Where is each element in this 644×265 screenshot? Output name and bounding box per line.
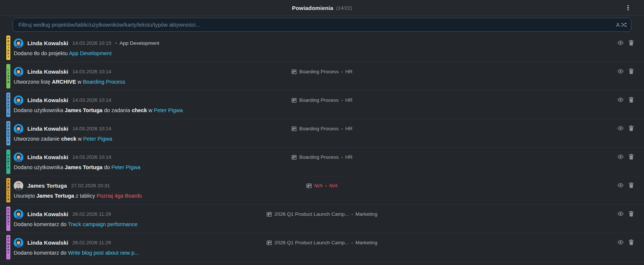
sort-toggle-button[interactable]: A	[616, 20, 628, 29]
notification-row: TABLICA James Tortuga 27.02.2026 20:31 U…	[0, 176, 644, 205]
eye-icon[interactable]	[617, 211, 624, 216]
board-icon	[266, 241, 272, 245]
body-link[interactable]: Poznaj 4ga Boards	[97, 193, 142, 199]
board-project-context: 2026 Q1 Product Launch Camp... • Marketi…	[266, 240, 377, 245]
body-link[interactable]: Track campaign performance	[68, 221, 137, 227]
body-link[interactable]: App Development	[69, 50, 111, 56]
type-strip-projekt: PROJEKT	[6, 36, 10, 60]
board-name: 2026 Q1 Product Launch Camp...	[274, 240, 349, 245]
body-link[interactable]: Boarding Process	[83, 79, 125, 85]
bullet-separator: •	[325, 184, 327, 188]
board-icon	[292, 70, 297, 74]
notifications-count: (14/22)	[336, 5, 352, 11]
timestamp: 27.02.2026 20:31	[71, 183, 110, 188]
body-text: James Tortuga	[65, 107, 103, 113]
notification-text: Dodano użytkownika James Tortuga do Pete…	[14, 164, 644, 171]
notification-row: KOMENT. Linda Kowalski 26.02.2026 11:29 …	[0, 205, 644, 233]
type-strip-zadanie: ZADANIE	[6, 121, 10, 145]
body-link[interactable]: Peter Pigwa	[154, 107, 183, 113]
avatar	[14, 238, 23, 248]
avatar	[14, 152, 23, 162]
bullet-separator: •	[341, 70, 343, 74]
body-text: Dodano komentarz do	[14, 250, 68, 256]
eye-icon[interactable]	[617, 183, 624, 188]
eye-icon[interactable]	[617, 126, 624, 131]
type-strip-tablica: TABLICA	[6, 178, 10, 202]
trash-icon[interactable]	[629, 68, 634, 74]
trash-icon[interactable]	[629, 125, 634, 131]
bullet-separator: •	[351, 241, 353, 245]
board-icon	[292, 155, 297, 160]
bullet-separator: •	[115, 41, 117, 46]
eye-icon[interactable]	[617, 154, 624, 159]
body-text: Utworzono listę	[14, 79, 52, 85]
project-name: Marketing	[355, 240, 377, 245]
user-name: Linda Kowalski	[27, 68, 68, 75]
trash-icon[interactable]	[629, 182, 634, 188]
notification-row: ZADANIE Linda Kowalski 14.03.2026 10:14 …	[0, 91, 644, 119]
project-name: HR	[345, 154, 353, 160]
trash-icon[interactable]	[629, 239, 634, 245]
bullet-separator: •	[341, 155, 343, 160]
board-name: N/A	[314, 183, 323, 188]
trash-icon[interactable]	[629, 40, 634, 46]
board-name: Boarding Process	[299, 97, 339, 103]
board-name: 2026 Q1 Product Launch Camp...	[274, 211, 349, 217]
user-name: Linda Kowalski	[27, 125, 68, 132]
avatar	[14, 95, 23, 105]
body-text: z tablicy	[74, 193, 96, 199]
body-text: Dodano tło do projektu	[14, 50, 69, 56]
type-strip-lista: LISTA	[6, 64, 10, 88]
eye-icon[interactable]	[617, 240, 624, 245]
eye-icon[interactable]	[617, 40, 624, 45]
body-link[interactable]: Peter Pigwa	[83, 136, 112, 142]
board-project-context: Boarding Process • HR	[292, 69, 353, 74]
timestamp: 26.02.2026 11:29	[73, 211, 111, 217]
body-text: Usunięto	[14, 193, 36, 199]
notifications-header: Powiadomienia (14/22)	[0, 0, 644, 16]
board-project-context: Boarding Process • HR	[292, 126, 353, 131]
project-name: N/A	[329, 183, 338, 188]
timestamp: 14.03.2026 10:14	[73, 126, 111, 131]
body-text: Dodano użytkownika	[14, 164, 65, 170]
body-link[interactable]: Peter Pigwa	[111, 164, 140, 170]
board-name: Boarding Process	[299, 69, 339, 74]
board-icon	[306, 184, 312, 188]
project-name: App Development	[120, 40, 159, 46]
type-strip-koment: KOMENT.	[6, 235, 10, 259]
bullet-separator: •	[351, 212, 353, 217]
user-name: Linda Kowalski	[27, 97, 68, 103]
body-text: do	[103, 164, 111, 170]
filter-input[interactable]	[13, 18, 631, 32]
body-text: ARCHIVE	[52, 79, 76, 85]
eye-icon[interactable]	[617, 69, 624, 74]
body-text: check	[61, 136, 76, 142]
user-name: Linda Kowalski	[27, 40, 68, 46]
trash-icon[interactable]	[629, 211, 634, 217]
body-text: Dodano użytkownika	[14, 107, 65, 113]
body-text: James Tortuga	[36, 193, 74, 199]
project-name: Marketing	[355, 211, 377, 217]
timestamp: 14.03.2026 10:14	[73, 69, 111, 74]
project-name: HR	[345, 126, 353, 131]
body-link[interactable]: Write blog post about new p...	[68, 250, 139, 256]
user-name: Linda Kowalski	[27, 154, 68, 160]
type-strip-koment: KOMENT.	[6, 207, 10, 231]
trash-icon[interactable]	[629, 97, 634, 103]
timestamp: 14.03.2026 10:14	[73, 154, 111, 160]
notification-row: ZADANIE Linda Kowalski 14.03.2026 10:14 …	[0, 119, 644, 148]
inline-project-context: • App Development	[115, 40, 160, 46]
body-text: do zadania	[103, 107, 132, 113]
kebab-menu-icon[interactable]	[624, 3, 632, 12]
avatar	[14, 209, 23, 219]
notification-text: Dodano komentarz do Track campaign perfo…	[14, 221, 644, 228]
trash-icon[interactable]	[629, 154, 634, 160]
eye-icon[interactable]	[617, 97, 624, 102]
avatar	[14, 124, 23, 134]
notification-text: Utworzono listę ARCHIVE w Boarding Proce…	[14, 78, 644, 85]
board-icon	[266, 212, 272, 217]
timestamp: 14.03.2026 10:15	[73, 40, 111, 46]
avatar	[14, 181, 23, 191]
board-icon	[292, 127, 297, 131]
board-project-context: Boarding Process • HR	[292, 97, 353, 103]
